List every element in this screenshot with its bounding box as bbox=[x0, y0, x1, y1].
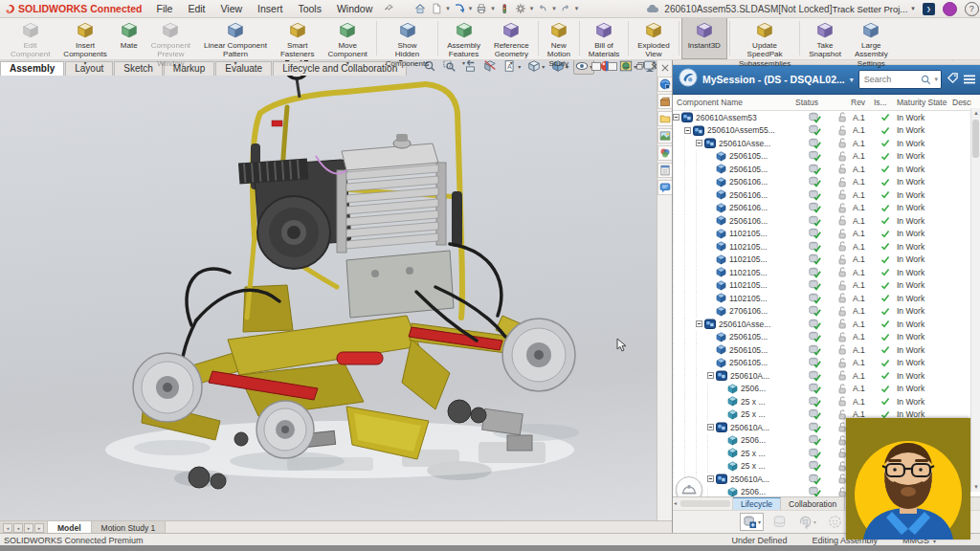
revision-tool-icon[interactable]: ▾ bbox=[795, 513, 819, 531]
menu-edit[interactable]: Edit bbox=[181, 2, 212, 15]
search-options-chevron-icon[interactable]: ▾ bbox=[934, 76, 938, 83]
chevron-down-icon[interactable]: ▾ bbox=[469, 5, 473, 12]
pane-icon[interactable] bbox=[591, 62, 601, 71]
tag-icon[interactable] bbox=[947, 71, 959, 88]
project-selector[interactable]: Track Setter Proj...▾ bbox=[832, 4, 914, 14]
ribbon-button-show[interactable]: Show Hidden Components bbox=[379, 17, 435, 59]
tree-row[interactable]: 2506105...A.1In Work bbox=[673, 343, 971, 357]
assistant-helmet-button[interactable] bbox=[676, 476, 702, 496]
ribbon-button-instant3d[interactable]: Instant3D bbox=[681, 17, 727, 59]
appearances-icon[interactable] bbox=[657, 128, 673, 143]
column-header-rev[interactable]: Rev bbox=[851, 98, 874, 107]
ribbon-button-insert[interactable]: Insert Components▾ bbox=[56, 17, 113, 59]
tree-row[interactable]: 2506105...A.1In Work bbox=[673, 150, 971, 164]
tree-row[interactable]: 2706106...A.1In Work bbox=[673, 305, 971, 319]
expander-icon[interactable] bbox=[707, 424, 714, 430]
tree-row[interactable]: 25 x ...A.1In Work bbox=[673, 395, 971, 408]
column-header-is-[interactable]: Is... bbox=[874, 98, 897, 107]
ribbon-button-exploded[interactable]: Exploded View▾ bbox=[631, 17, 676, 59]
tree-row[interactable]: 250610Assem55...A.1In Work bbox=[673, 124, 971, 138]
tree-row[interactable]: 2506...A.1In Work bbox=[673, 383, 971, 396]
tab-layout[interactable]: Layout bbox=[65, 61, 113, 76]
pane-icon[interactable] bbox=[608, 62, 617, 71]
menu-tools[interactable]: Tools bbox=[291, 2, 328, 15]
ribbon-button-new[interactable]: New Motion Study bbox=[541, 17, 577, 59]
chevron-down-icon[interactable]: ▾ bbox=[491, 5, 495, 12]
color-swatch-icon[interactable] bbox=[657, 145, 673, 161]
pin-menu-icon[interactable] bbox=[385, 4, 393, 14]
tree-row[interactable]: 1102105...A.1In Work bbox=[673, 266, 971, 279]
ribbon-button-linear-component[interactable]: Linear Component Pattern▾ bbox=[197, 17, 274, 59]
mdi-minimize-icon[interactable]: – bbox=[624, 61, 630, 72]
3dexperience-launcher-icon[interactable]: ❯ bbox=[923, 3, 935, 15]
ribbon-button-smart[interactable]: Smart Fasteners bbox=[274, 17, 322, 59]
menu-window[interactable]: Window bbox=[330, 2, 379, 15]
search-input[interactable] bbox=[862, 74, 919, 85]
scrollbar-thumb[interactable] bbox=[972, 120, 979, 158]
tree-row[interactable]: 250610Asse...A.1In Work bbox=[673, 318, 971, 331]
forum-icon[interactable] bbox=[657, 180, 673, 195]
tree-row[interactable]: 1102105...A.1In Work bbox=[673, 279, 971, 293]
chevron-down-icon[interactable]: ▾ bbox=[552, 5, 556, 12]
ribbon-button-mate[interactable]: Mate bbox=[114, 17, 145, 59]
design-library-icon[interactable] bbox=[657, 94, 673, 109]
scroll-up-arrow-icon[interactable]: ▲ bbox=[971, 108, 980, 118]
panel-tab-collaboration[interactable]: Collaboration bbox=[781, 497, 845, 510]
tree-row[interactable]: 2506106...A.1In Work bbox=[673, 214, 971, 228]
expander-icon[interactable] bbox=[673, 114, 679, 121]
chevron-down-icon[interactable]: ▾ bbox=[813, 518, 816, 525]
ribbon-button-assembly[interactable]: Assembly Features▾ bbox=[440, 17, 487, 59]
custom-properties-icon[interactable] bbox=[657, 163, 673, 178]
tree-row[interactable]: 2506105...A.1In Work bbox=[673, 331, 971, 344]
menu-icon[interactable] bbox=[964, 71, 975, 88]
tree-row[interactable]: 2506105...A.1In Work bbox=[673, 357, 971, 370]
close-icon[interactable] bbox=[658, 61, 672, 75]
column-header-status[interactable]: Status bbox=[795, 98, 834, 107]
chevron-down-icon[interactable]: ▾ bbox=[850, 76, 854, 84]
expander-icon[interactable] bbox=[707, 372, 714, 379]
undo-icon[interactable] bbox=[535, 3, 550, 14]
ribbon-button-move[interactable]: Move Component▾ bbox=[321, 17, 373, 59]
tree-row[interactable]: 2506106...A.1In Work bbox=[673, 188, 971, 202]
tree-row[interactable]: 250610A...A.1In Work bbox=[673, 369, 971, 383]
scroll-down-arrow-icon[interactable]: ▼ bbox=[971, 482, 980, 492]
redo-icon[interactable] bbox=[558, 3, 573, 14]
tab-assembly[interactable]: Assembly bbox=[0, 61, 64, 76]
tree-row[interactable]: 2506105...A.1In Work bbox=[673, 163, 971, 176]
new-document-icon[interactable] bbox=[429, 3, 444, 14]
file-explorer-icon[interactable] bbox=[657, 111, 673, 126]
mdi-restore-icon[interactable] bbox=[636, 61, 644, 72]
compass-avatar[interactable] bbox=[679, 68, 698, 91]
chevron-down-icon[interactable]: ▾ bbox=[518, 63, 521, 70]
ribbon-button-reference[interactable]: Reference Geometry▾ bbox=[487, 17, 536, 59]
tree-row[interactable]: 1102105...A.1In Work bbox=[673, 253, 971, 267]
collaborator-icon[interactable] bbox=[825, 513, 845, 531]
options-icon[interactable] bbox=[513, 3, 528, 14]
session-label[interactable]: MySession - (DS - DSQAL02... bbox=[702, 74, 845, 85]
menu-file[interactable]: File bbox=[150, 2, 180, 15]
chevron-down-icon[interactable]: ▾ bbox=[542, 63, 545, 70]
expander-icon[interactable] bbox=[684, 127, 691, 134]
3dexperience-sphere-icon[interactable] bbox=[657, 77, 673, 92]
menu-view[interactable]: View bbox=[214, 2, 250, 15]
panel-tab-lifecycle[interactable]: Lifecycle bbox=[733, 497, 781, 510]
column-header-description[interactable]: Description bbox=[952, 98, 971, 107]
ribbon-button-take[interactable]: Take Snapshot bbox=[802, 17, 848, 59]
tree-row[interactable]: 2506106...A.1In Work bbox=[673, 202, 971, 215]
tree-row[interactable]: 1102105...A.1In Work bbox=[673, 292, 971, 305]
expander-icon[interactable] bbox=[696, 140, 702, 146]
chevron-down-icon[interactable]: ▾ bbox=[530, 5, 534, 12]
ribbon-button-update[interactable]: Update SpeedPak Subassemblies bbox=[732, 17, 797, 59]
database-icon[interactable] bbox=[769, 513, 790, 531]
tree-horizontal-scrollbar[interactable]: ◂ bbox=[673, 497, 733, 510]
tree-row[interactable]: 260610Assem53A.1In Work bbox=[673, 111, 971, 124]
open-icon[interactable] bbox=[452, 3, 467, 14]
search-icon[interactable] bbox=[921, 75, 931, 85]
tab-evaluate[interactable]: Evaluate bbox=[215, 61, 272, 76]
expander-icon[interactable] bbox=[696, 320, 702, 327]
print-icon[interactable] bbox=[474, 3, 489, 14]
help-icon[interactable]: ? bbox=[965, 2, 979, 16]
chevron-down-icon[interactable]: ▾ bbox=[758, 518, 761, 525]
tree-row[interactable]: 1102105...A.1In Work bbox=[673, 240, 971, 253]
save-lifecycle-icon[interactable]: ▾ bbox=[740, 513, 764, 531]
